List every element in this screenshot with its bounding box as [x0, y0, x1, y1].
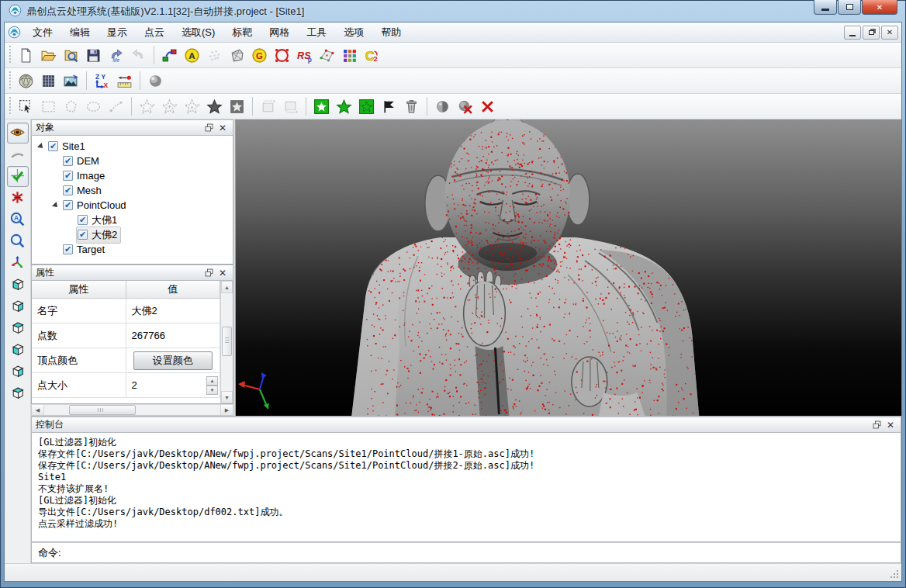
flag-button[interactable] — [379, 96, 399, 117]
render-globe-button[interactable] — [16, 71, 36, 92]
confirm-pick-button[interactable] — [7, 166, 29, 187]
zoom-all-button[interactable]: A — [7, 209, 29, 230]
visibility-button[interactable] — [7, 123, 29, 144]
tree-item-Mesh[interactable]: ✔Mesh — [32, 183, 233, 198]
toolbar-grip[interactable] — [9, 71, 12, 90]
plane-fit-button[interactable] — [316, 45, 337, 66]
mdi-minimize-button[interactable] — [844, 26, 861, 40]
view-bottom-button[interactable] — [7, 383, 29, 404]
spinner[interactable]: ▲▼ — [206, 376, 218, 395]
star-apply-button[interactable] — [204, 96, 225, 117]
pick-cursor-button[interactable] — [16, 96, 36, 117]
tree-item-Target[interactable]: ✔Target — [32, 242, 233, 257]
close-panel-icon[interactable]: ✕ — [216, 122, 229, 133]
menu-item-9[interactable]: 选项 — [335, 23, 372, 42]
set-color-button[interactable]: 设置颜色 — [133, 351, 213, 370]
expander-icon[interactable] — [37, 143, 45, 150]
checkbox[interactable]: ✔ — [48, 141, 58, 151]
viewport-3d[interactable] — [235, 119, 901, 416]
open-file-button[interactable] — [38, 45, 59, 66]
zoom-window-button[interactable] — [7, 231, 29, 252]
menu-item-1[interactable]: 文件 — [24, 23, 61, 42]
star-region-button[interactable] — [226, 96, 247, 117]
scrollbar-thumb[interactable] — [222, 327, 232, 356]
maximize-button[interactable] — [838, 0, 861, 15]
keep-outside-button[interactable] — [356, 96, 377, 117]
float-panel-icon[interactable] — [870, 419, 883, 431]
registration-button[interactable] — [159, 45, 180, 66]
menu-item-6[interactable]: 标靶 — [223, 23, 261, 42]
checkbox[interactable]: ✔ — [63, 244, 73, 254]
menu-item-7[interactable]: 网格 — [261, 23, 298, 42]
float-panel-icon[interactable] — [202, 122, 215, 133]
view-top-button[interactable] — [7, 361, 29, 382]
tree-item-大佛1[interactable]: ✔大佛1 — [32, 213, 233, 227]
resize-grip-icon[interactable] — [890, 569, 900, 579]
close-panel-icon[interactable]: ✕ — [884, 419, 897, 431]
grid-display-button[interactable] — [38, 71, 59, 92]
checkbox[interactable]: ✔ — [63, 200, 73, 210]
checkbox[interactable]: ✔ — [78, 230, 88, 240]
horizontal-scrollbar[interactable]: ◀ ▶ — [31, 404, 233, 416]
title-bar[interactable]: 鼎创点云处理系统(基础版)V2.1.1[32]-自动拼接.project - [… — [4, 1, 902, 22]
checkbox[interactable]: ✔ — [63, 185, 73, 195]
new-file-button[interactable] — [16, 45, 36, 66]
command-input[interactable] — [66, 546, 894, 559]
float-panel-icon[interactable] — [202, 267, 215, 278]
menu-item-3[interactable]: 显示 — [99, 23, 136, 42]
resample-button[interactable]: RSp — [294, 45, 315, 66]
browse-file-button[interactable] — [61, 45, 81, 66]
axis-display-button[interactable]: ZYX — [92, 71, 112, 92]
auto-align-button[interactable]: A — [182, 45, 202, 66]
keep-selection-button[interactable] — [334, 96, 354, 117]
scrollbar-thumb[interactable] — [69, 405, 136, 415]
minimize-button[interactable] — [814, 0, 837, 15]
tree-item-DEM[interactable]: ✔DEM — [32, 154, 233, 168]
c2-transform-button[interactable]: C2 — [361, 45, 382, 66]
tree-item-PointCloud[interactable]: ✔PointCloud — [32, 198, 233, 213]
checkbox[interactable]: ✔ — [63, 156, 73, 166]
menu-item-10[interactable]: 帮助 — [372, 23, 410, 42]
close-panel-icon[interactable]: ✕ — [216, 267, 229, 278]
view-right-button[interactable] — [7, 340, 29, 361]
mesh-button[interactable] — [226, 45, 247, 66]
cancel-pick-button[interactable] — [7, 188, 29, 209]
console-log[interactable]: [GL过滤器]初始化保存文件[C:/Users/javk/Desktop/ANe… — [31, 433, 901, 542]
target-g-button[interactable]: G — [249, 45, 270, 66]
delete-object-button[interactable] — [455, 96, 475, 117]
image-view-button[interactable] — [61, 71, 81, 92]
menu-item-5[interactable]: 选取(S) — [173, 23, 223, 42]
scroll-down-icon[interactable]: ▼ — [221, 391, 233, 403]
delete-selection-button[interactable] — [401, 96, 422, 117]
menu-item-4[interactable]: 点云 — [136, 23, 173, 42]
spin-down-icon[interactable]: ▼ — [206, 386, 218, 395]
close-button[interactable]: ✕ — [862, 0, 897, 15]
hide-object-button[interactable] — [432, 96, 453, 117]
menu-item-8[interactable]: 工具 — [298, 23, 335, 42]
color-points-button[interactable] — [339, 45, 360, 66]
scroll-left-icon[interactable]: ◀ — [32, 405, 44, 415]
keep-inside-button[interactable] — [311, 96, 332, 117]
undo-button[interactable]: Me — [105, 45, 126, 66]
property-value[interactable]: 2 — [132, 379, 137, 391]
mdi-restore-button[interactable] — [863, 26, 880, 40]
menu-item-2[interactable]: 编辑 — [61, 23, 99, 42]
axis-view-button[interactable] — [7, 253, 29, 274]
expander-icon[interactable] — [52, 202, 60, 209]
vertical-scrollbar[interactable]: ▲ ▼ — [220, 281, 233, 403]
tree-item-Site1[interactable]: ✔Site1 — [32, 139, 233, 154]
checkbox[interactable]: ✔ — [63, 171, 73, 181]
checkbox[interactable]: ✔ — [78, 215, 88, 225]
toolbar-grip[interactable] — [9, 97, 12, 116]
view-left-button[interactable] — [7, 318, 29, 339]
delete-all-button[interactable] — [477, 96, 498, 117]
view-back-button[interactable] — [7, 296, 29, 317]
sphere-render-button[interactable] — [145, 71, 166, 92]
tree-item-大佛2[interactable]: ✔大佛2 — [32, 227, 233, 242]
mdi-close-button[interactable]: ✕ — [881, 26, 898, 40]
scroll-right-icon[interactable]: ▶ — [220, 405, 233, 415]
target-circle-button[interactable] — [271, 45, 292, 66]
view-front-button[interactable] — [7, 275, 29, 296]
scroll-up-icon[interactable]: ▲ — [221, 281, 233, 293]
toolbar-grip[interactable] — [9, 46, 12, 64]
